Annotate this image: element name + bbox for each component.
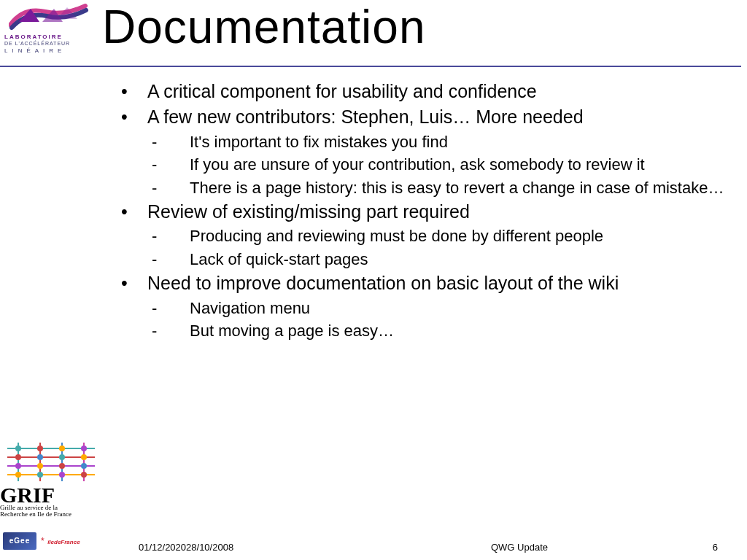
grif-sub2: Recherche en Ile de France [0, 511, 102, 518]
svg-point-9 [37, 446, 43, 451]
bullet-level-2: Lack of quick-start pages [109, 249, 732, 270]
svg-point-14 [59, 454, 65, 460]
grid-logo-icon [0, 441, 102, 485]
lal-logo: LABORATOIRE DE L'ACCÉLÉRATEUR LINÉAIRE [3, 1, 98, 52]
slide-title: Documentation [102, 0, 425, 54]
svg-point-18 [59, 463, 65, 469]
footer-center: QWG Update [491, 542, 548, 553]
lal-text-3: LINÉAIRE [4, 47, 66, 54]
title-wrap: Documentation [102, 0, 747, 67]
grif-title: GRIF [0, 485, 102, 505]
svg-point-23 [81, 472, 87, 478]
footer-date: 01/12/202028/10/2008 [139, 542, 233, 553]
svg-point-11 [81, 446, 87, 451]
svg-point-20 [15, 472, 21, 478]
footer: 01/12/202028/10/2008 QWG Update 6 [0, 535, 747, 553]
svg-point-15 [81, 454, 87, 460]
title-rule [0, 66, 741, 67]
bullet-level-2: If you are unsure of your contribution, … [109, 155, 732, 175]
bullet-level-2: Navigation menu [109, 298, 732, 319]
svg-point-8 [15, 446, 21, 451]
svg-point-13 [37, 454, 43, 460]
svg-point-17 [37, 463, 43, 469]
svg-point-16 [15, 463, 21, 469]
svg-point-10 [59, 446, 65, 451]
svg-point-21 [37, 472, 43, 478]
bullet-level-2: Producing and reviewing must be done by … [109, 226, 732, 246]
grif-logo: GRIF Grille au service de la Recherche e… [0, 485, 102, 518]
bullet-level-2: There is a page history: this is easy to… [109, 178, 732, 198]
bullet-level-1: A critical component for usability and c… [109, 80, 732, 103]
lal-swoosh-icon [9, 3, 89, 32]
bullet-level-1: A few new contributors: Stephen, Luis… M… [109, 106, 732, 128]
bullet-level-1: Need to improve documentation on basic l… [109, 272, 732, 295]
bullet-level-1: Review of existing/missing part required [109, 201, 732, 223]
slide-body: A critical component for usability and c… [109, 79, 732, 509]
lal-text-1: LABORATOIRE [4, 34, 63, 40]
bullet-level-2: It's important to fix mistakes you find [109, 132, 732, 152]
svg-point-22 [59, 472, 65, 478]
svg-point-19 [81, 463, 87, 469]
bullet-level-2: But moving a page is easy… [109, 321, 732, 341]
lal-text-2: DE L'ACCÉLÉRATEUR [4, 41, 70, 46]
footer-page: 6 [713, 542, 718, 553]
svg-point-12 [15, 454, 21, 460]
